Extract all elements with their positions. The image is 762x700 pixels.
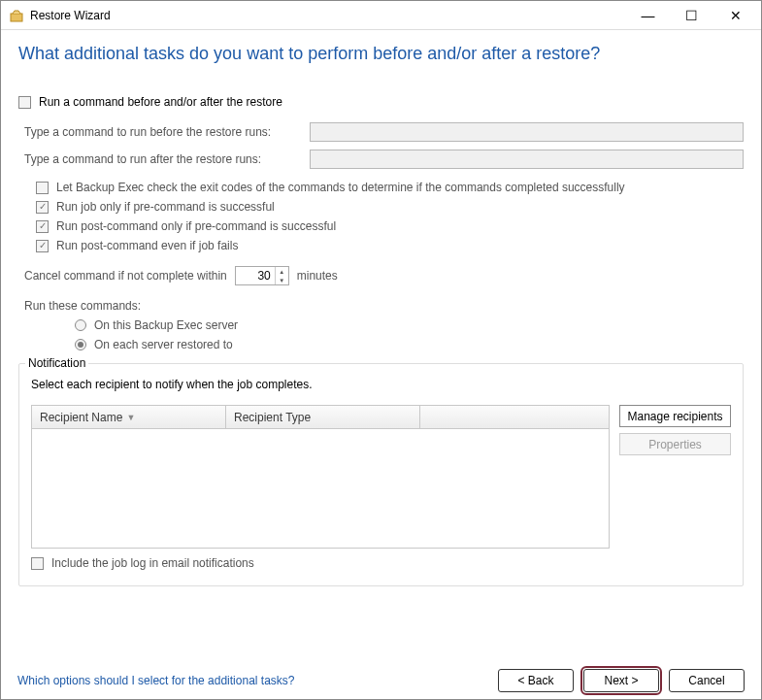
minimize-button[interactable]: —	[626, 1, 670, 30]
maximize-button[interactable]: ☐	[670, 1, 713, 30]
page-title: What additional tasks do you want to per…	[18, 44, 744, 64]
after-command-input[interactable]	[310, 150, 744, 169]
notification-help: Select each recipient to notify when the…	[31, 378, 731, 391]
notification-legend: Notification	[25, 356, 88, 370]
radio-each[interactable]	[75, 339, 86, 350]
titlebar: Restore Wizard — ☐ ✕	[1, 1, 761, 30]
help-link[interactable]: Which options should I select for the ad…	[17, 674, 295, 687]
recipients-table-header: Recipient Name ▼ Recipient Type	[32, 406, 609, 429]
window-controls: — ☐ ✕	[626, 1, 757, 30]
next-button[interactable]: Next >	[583, 669, 659, 692]
timeout-label-left: Cancel command if not complete within	[24, 269, 227, 283]
commands-section: Run a command before and/or after the re…	[18, 95, 744, 586]
radio-server-row[interactable]: On this Backup Exec server	[18, 318, 744, 332]
after-command-label: Type a command to run after the restore …	[18, 152, 310, 166]
pre-success-label: Run job only if pre-command is successfu…	[56, 200, 275, 214]
include-log-row[interactable]: Include the job log in email notificatio…	[31, 556, 731, 570]
check-exit-checkbox[interactable]	[36, 182, 49, 194]
manage-recipients-button[interactable]: Manage recipients	[619, 405, 731, 427]
properties-button: Properties	[619, 433, 731, 455]
timeout-spinner[interactable]: ▲ ▼	[235, 266, 289, 285]
radio-server-label: On this Backup Exec server	[94, 318, 238, 332]
before-command-row: Type a command to run before the restore…	[18, 122, 744, 142]
run-command-checkbox[interactable]	[18, 96, 31, 109]
col-recipient-name[interactable]: Recipient Name ▼	[32, 406, 226, 428]
check-exit-label: Let Backup Exec check the exit codes of …	[56, 181, 625, 194]
pre-success-checkbox[interactable]	[36, 201, 49, 214]
notification-buttons: Manage recipients Properties	[619, 405, 731, 549]
window-title: Restore Wizard	[30, 9, 626, 22]
run-these-label: Run these commands:	[18, 299, 744, 313]
post-if-pre-row[interactable]: Run post-command only if pre-command is …	[18, 219, 744, 233]
post-if-pre-checkbox[interactable]	[36, 220, 49, 233]
col-blank	[420, 406, 609, 428]
before-command-input[interactable]	[310, 122, 744, 142]
include-log-label: Include the job log in email notificatio…	[51, 556, 254, 570]
sort-desc-icon: ▼	[126, 413, 135, 422]
recipients-table[interactable]: Recipient Name ▼ Recipient Type	[31, 405, 610, 549]
back-button[interactable]: < Back	[498, 669, 574, 692]
include-log-checkbox[interactable]	[31, 557, 44, 570]
notification-fieldset: Notification Select each recipient to no…	[18, 363, 744, 586]
after-command-row: Type a command to run after the restore …	[18, 150, 744, 169]
footer: Which options should I select for the ad…	[17, 669, 745, 692]
cancel-button[interactable]: Cancel	[669, 669, 745, 692]
post-even-fail-row[interactable]: Run post-command even if job fails	[18, 239, 744, 252]
radio-server[interactable]	[75, 319, 86, 331]
timeout-label-right: minutes	[297, 269, 338, 283]
spin-up-icon[interactable]: ▲	[276, 267, 288, 276]
before-command-label: Type a command to run before the restore…	[18, 125, 310, 139]
app-icon	[9, 8, 24, 23]
wizard-buttons: < Back Next > Cancel	[498, 669, 745, 692]
close-button[interactable]: ✕	[713, 1, 757, 30]
run-command-checkbox-row[interactable]: Run a command before and/or after the re…	[18, 95, 744, 109]
post-if-pre-label: Run post-command only if pre-command is …	[56, 219, 336, 233]
svg-rect-0	[11, 14, 22, 21]
post-even-fail-checkbox[interactable]	[36, 240, 49, 252]
pre-success-row[interactable]: Run job only if pre-command is successfu…	[18, 200, 744, 214]
col-recipient-type[interactable]: Recipient Type	[226, 406, 420, 428]
check-exit-row[interactable]: Let Backup Exec check the exit codes of …	[18, 181, 744, 194]
timeout-input[interactable]	[236, 268, 275, 283]
run-command-label: Run a command before and/or after the re…	[39, 95, 282, 109]
radio-each-row[interactable]: On each server restored to	[18, 338, 744, 351]
radio-each-label: On each server restored to	[94, 338, 233, 351]
post-even-fail-label: Run post-command even if job fails	[56, 239, 238, 252]
spin-down-icon[interactable]: ▼	[276, 276, 288, 284]
content: What additional tasks do you want to per…	[1, 30, 761, 586]
timeout-row: Cancel command if not complete within ▲ …	[18, 266, 744, 285]
